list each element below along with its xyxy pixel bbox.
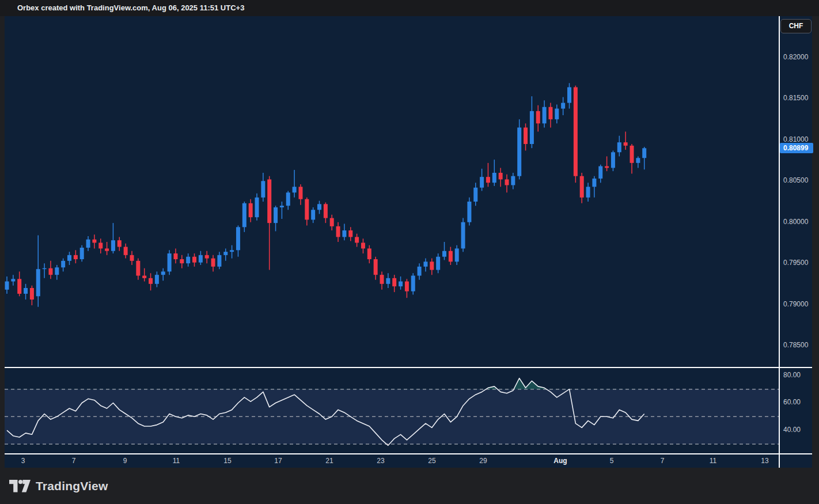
price-axis-label: 0.80000 [783, 218, 808, 226]
time-axis-label: Aug [553, 457, 567, 465]
last-price-value: 0.80899 [783, 144, 808, 152]
price-axis-label: 0.82000 [783, 53, 808, 61]
symbol-button[interactable]: CHF [780, 19, 812, 33]
time-axis-label: 11 [173, 457, 180, 465]
attribution-bar: Orbex created with TradingView.com, Aug … [0, 0, 819, 16]
symbol-button-label: CHF [789, 22, 803, 30]
price-axis-label: 0.81000 [783, 135, 808, 143]
tradingview-snapshot: Orbex created with TradingView.com, Aug … [0, 0, 819, 504]
time-axis-label: 21 [325, 457, 333, 465]
rsi-axis-label: 80.00 [783, 371, 801, 379]
time-axis-label: 17 [274, 457, 282, 465]
price-axis-label: 0.79500 [783, 259, 808, 267]
price-axis-label: 0.78500 [783, 341, 808, 349]
tradingview-logo-icon [9, 480, 31, 493]
last-price-badge: 0.80899 [780, 143, 813, 153]
rsi-axis-label: 40.00 [783, 426, 801, 434]
price-axis-label: 0.80500 [783, 176, 808, 184]
time-axis-label: 13 [761, 457, 768, 465]
rsi-pane-svg[interactable] [5, 369, 779, 454]
time-axis-label: 25 [428, 457, 435, 465]
price-pane-svg[interactable] [5, 16, 779, 368]
time-axis-label: 23 [377, 457, 384, 465]
tradingview-logo-text: TradingView [36, 479, 108, 493]
time-axis-label: 15 [223, 457, 231, 465]
chart-canvas[interactable]: CHF 0.820000.815000.810000.805000.800000… [5, 16, 812, 468]
rsi-bottom-separator [5, 453, 812, 454]
rsi-axis-label: 60.00 [783, 398, 801, 406]
time-axis-label: 9 [123, 457, 127, 465]
price-axis-separator [779, 16, 780, 468]
time-axis-label: 11 [710, 457, 716, 465]
time-axis-label: 7 [72, 457, 76, 465]
pane-separator[interactable] [5, 367, 812, 368]
time-axis-label: 7 [661, 457, 665, 465]
tradingview-logo[interactable]: TradingView [9, 478, 108, 495]
price-axis-label: 0.81500 [783, 94, 808, 102]
time-axis-label: 3 [21, 457, 25, 465]
attribution-text: Orbex created with TradingView.com, Aug … [17, 3, 244, 12]
time-axis-label: 5 [610, 457, 614, 465]
price-axis-label: 0.79000 [783, 300, 808, 308]
time-axis-label: 29 [479, 457, 487, 465]
